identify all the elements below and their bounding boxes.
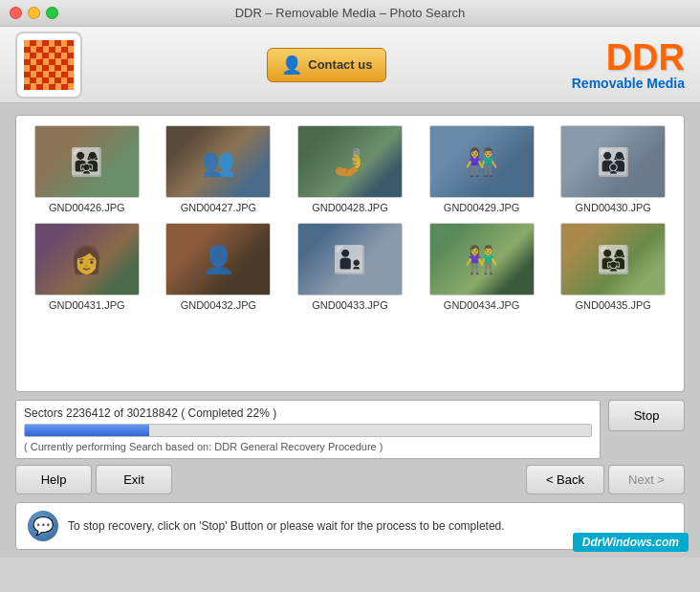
photo-filename: GND00430.JPG [575, 202, 650, 213]
maximize-button[interactable] [46, 7, 58, 19]
photo-filename: GND00435.JPG [575, 299, 650, 311]
minimize-button[interactable] [28, 7, 40, 19]
main-content: 👨‍👩‍👧GND00426.JPG👥GND00427.JPG🤳GND00428.… [0, 103, 700, 558]
logo-checker-icon: .logo-checker { width: 52px; height: 52p… [24, 40, 74, 90]
list-item[interactable]: 👩GND00431.JPG [26, 223, 148, 311]
list-item[interactable]: 👨‍👦GND00433.JPG [289, 223, 411, 311]
window-title: DDR – Removable Media – Photo Search [235, 6, 466, 20]
brand-area: DDR Removable Media [572, 39, 685, 91]
progress-text: Sectors 2236412 of 30218842 ( Completed … [24, 406, 592, 420]
photo-filename: GND00434.JPG [444, 299, 519, 311]
photo-filename: GND00429.JPG [444, 202, 519, 213]
app-logo: .logo-checker { width: 52px; height: 52p… [15, 32, 82, 99]
progress-bar-fill [25, 425, 149, 436]
photo-filename: GND00427.JPG [181, 202, 256, 213]
photo-filename: GND00433.JPG [312, 299, 387, 311]
back-button[interactable]: < Back [526, 465, 604, 494]
photo-filename: GND00428.JPG [312, 202, 387, 213]
list-item[interactable]: 🤳GND00428.JPG [289, 125, 411, 213]
photo-filename: GND00431.JPG [49, 299, 124, 311]
photo-grid: 👨‍👩‍👧GND00426.JPG👥GND00427.JPG🤳GND00428.… [26, 125, 674, 311]
list-item[interactable]: 👨‍👩‍👧GND00435.JPG [552, 223, 674, 311]
list-item[interactable]: 👫GND00434.JPG [421, 223, 543, 311]
info-message: To stop recovery, click on 'Stop' Button… [68, 519, 505, 533]
progress-bar-container [24, 424, 592, 437]
brand-subtitle: Removable Media [572, 76, 685, 91]
watermark: DdrWindows.com [573, 533, 689, 552]
contact-label: Contact us [308, 57, 372, 72]
app-header: .logo-checker { width: 52px; height: 52p… [0, 27, 700, 103]
contact-button[interactable]: 👤 Contact us [267, 48, 386, 82]
list-item[interactable]: 👫GND00429.JPG [421, 125, 543, 213]
window-controls [10, 7, 58, 19]
list-item[interactable]: 👤GND00432.JPG [158, 223, 280, 311]
help-button[interactable]: Help [15, 465, 92, 494]
brand-title: DDR [572, 39, 685, 76]
progress-area: Sectors 2236412 of 30218842 ( Completed … [15, 400, 685, 459]
next-button[interactable]: Next > [608, 465, 685, 494]
photo-filename: GND00432.JPG [181, 299, 256, 311]
info-icon: 💬 [28, 511, 58, 541]
list-item[interactable]: 👥GND00427.JPG [158, 125, 280, 213]
close-button[interactable] [10, 7, 22, 19]
progress-sub-text: ( Currently performing Search based on: … [24, 441, 592, 452]
exit-button[interactable]: Exit [96, 465, 172, 494]
photo-grid-container[interactable]: 👨‍👩‍👧GND00426.JPG👥GND00427.JPG🤳GND00428.… [15, 115, 685, 392]
title-bar: DDR – Removable Media – Photo Search [0, 0, 700, 27]
list-item[interactable]: 👨‍👩‍👧GND00426.JPG [26, 125, 148, 213]
list-item[interactable]: 👨‍👩‍👦GND00430.JPG [552, 125, 674, 213]
stop-button[interactable]: Stop [608, 400, 685, 431]
progress-panel: Sectors 2236412 of 30218842 ( Completed … [15, 400, 601, 459]
photo-filename: GND00426.JPG [49, 202, 124, 213]
contact-icon: 👤 [281, 55, 302, 76]
bottom-navigation: Help Exit < Back Next > [15, 465, 685, 494]
